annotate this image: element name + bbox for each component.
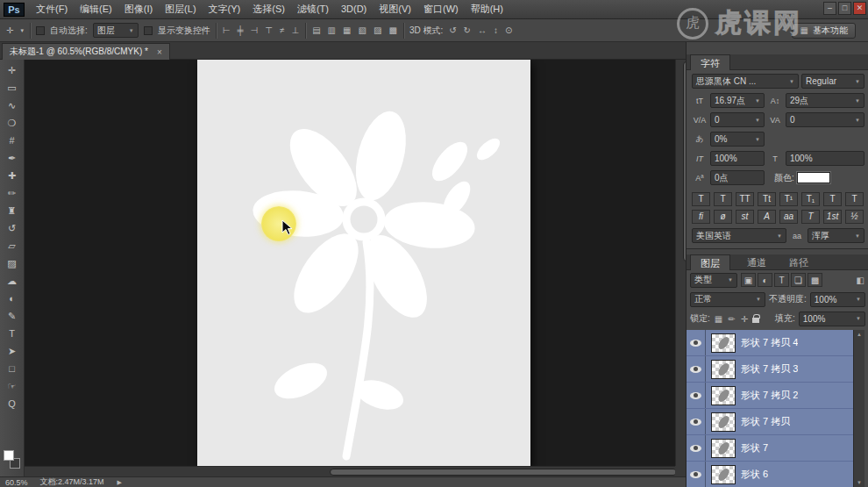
canvas-vertical-scrollbar[interactable] [675, 60, 686, 466]
layer-thumbnail[interactable] [711, 333, 736, 353]
distribute-bottom-icon[interactable]: ▦ [342, 25, 352, 35]
visibility-toggle[interactable] [687, 330, 706, 355]
scroll-up-icon[interactable]: ▲ [854, 332, 864, 337]
shape-tool[interactable]: □ [2, 360, 23, 377]
tab-close-icon[interactable]: × [157, 47, 162, 57]
language-combo[interactable]: 美国英语 ▼ [692, 228, 786, 243]
history-brush-tool[interactable]: ↺ [2, 219, 23, 237]
zoom-level[interactable]: 60.5% [5, 478, 28, 487]
opentype-feature-button[interactable]: ½ [845, 210, 864, 224]
filter-adjustment-layers-icon[interactable]: ◐ [758, 273, 772, 287]
visibility-toggle[interactable] [687, 356, 706, 382]
layer-filter-combo[interactable]: 类型 ▼ [690, 273, 737, 288]
align-hcenter-icon[interactable]: ╪ [236, 25, 244, 35]
layer-row[interactable]: 形状 7 拷贝 2 [687, 383, 853, 409]
align-bottom-icon[interactable]: ⊥ [290, 25, 300, 35]
quick-selection-tool[interactable]: ❍ [2, 114, 23, 132]
show-transform-checkbox[interactable] [144, 26, 153, 35]
menu-item[interactable]: 图层(L) [159, 0, 202, 18]
baseline-shift-combo[interactable]: 0点 [710, 170, 765, 185]
scroll-down-icon[interactable]: ▼ [854, 480, 864, 485]
leading-combo[interactable]: 29点 ▼ [786, 93, 864, 108]
healing-brush-tool[interactable]: ✚ [2, 167, 23, 184]
lasso-tool[interactable]: ∿ [2, 97, 23, 114]
menu-item[interactable]: 视图(V) [373, 0, 417, 18]
3d-scale-icon[interactable]: ⊙ [504, 25, 513, 35]
3d-roll-icon[interactable]: ↻ [463, 25, 472, 35]
align-right-icon[interactable]: ⊣ [250, 25, 260, 35]
align-top-icon[interactable]: ⊤ [264, 25, 274, 35]
antialias-combo[interactable]: 浑厚 ▼ [808, 228, 864, 243]
filter-shape-layers-icon[interactable]: ❏ [791, 273, 806, 287]
opentype-feature-button[interactable]: fi [692, 210, 710, 224]
opentype-feature-button[interactable]: ø [714, 210, 732, 224]
text-style-button[interactable]: Tt [758, 192, 776, 206]
filter-type-layers-icon[interactable]: T [774, 273, 789, 287]
menu-item[interactable]: 编辑(E) [74, 0, 118, 18]
tsume-combo[interactable]: 0% ▼ [710, 132, 765, 147]
horizontal-scroll-thumb[interactable] [330, 469, 677, 476]
layer-thumbnail[interactable] [711, 386, 736, 405]
3d-pan-icon[interactable]: ↔ [477, 25, 487, 35]
text-style-button[interactable]: T [823, 192, 842, 206]
layer-row[interactable]: 形状 7 拷贝 [687, 409, 853, 435]
auto-select-checkbox[interactable] [36, 26, 45, 35]
vertical-scale-combo[interactable]: 100% [710, 151, 765, 166]
eraser-tool[interactable]: ▱ [2, 237, 23, 254]
text-style-button[interactable]: T¹ [779, 192, 798, 206]
lock-position-icon[interactable]: ✛ [740, 314, 749, 324]
distribute-vcenter-icon[interactable]: ▥ [327, 25, 337, 35]
status-menu-arrow-icon[interactable]: ▶ [117, 479, 123, 486]
type-tool[interactable]: T [2, 325, 23, 342]
menu-item[interactable]: 3D(D) [335, 0, 373, 18]
kerning-combo[interactable]: 0 ▼ [710, 112, 765, 127]
lock-pixels-icon[interactable]: ✏ [727, 314, 736, 324]
3d-slide-icon[interactable]: ↕ [493, 25, 499, 35]
filter-smart-objects-icon[interactable]: ▩ [808, 273, 822, 287]
menu-item[interactable]: 图像(I) [118, 0, 159, 18]
text-style-button[interactable]: T [714, 192, 732, 206]
crop-tool[interactable]: # [2, 132, 23, 149]
text-style-button[interactable]: T₁ [801, 192, 820, 206]
tab-paths[interactable]: 路径 [779, 254, 818, 270]
menu-item[interactable]: 选择(S) [246, 0, 291, 18]
opentype-feature-button[interactable]: T [801, 210, 820, 224]
lock-all-icon[interactable] [752, 318, 759, 323]
tool-preset-caret-icon[interactable]: ▾ [19, 27, 25, 34]
3d-orbit-icon[interactable]: ↺ [448, 25, 457, 35]
layer-thumbnail[interactable] [711, 412, 736, 432]
pen-tool[interactable]: ✎ [2, 307, 23, 325]
menu-item[interactable]: 帮助(H) [465, 0, 509, 18]
font-size-combo[interactable]: 16.97点 ▼ [710, 93, 765, 108]
dodge-tool[interactable]: ◐ [2, 290, 23, 307]
gradient-tool[interactable]: ▨ [2, 254, 23, 272]
layer-row[interactable]: 形状 7 拷贝 3 [687, 356, 853, 383]
layer-row[interactable]: 形状 6 [687, 462, 853, 487]
eyedropper-tool[interactable]: ✒ [2, 149, 23, 167]
tab-layers[interactable]: 图层 [690, 254, 730, 270]
opacity-combo[interactable]: 100% ▼ [810, 292, 865, 307]
tracking-combo[interactable]: 0 ▼ [786, 112, 864, 127]
document-tab[interactable]: 未标题-1 @ 60.5%(RGB/8/CMYK) * × [2, 43, 170, 60]
distribute-left-icon[interactable]: ▧ [358, 25, 367, 35]
lock-transparency-icon[interactable]: ▦ [714, 314, 723, 324]
distribute-hcenter-icon[interactable]: ▨ [373, 25, 382, 35]
menu-item[interactable]: 滤镜(T) [291, 0, 335, 18]
brush-tool[interactable]: ✏ [2, 184, 23, 202]
text-style-button[interactable]: T [692, 192, 710, 206]
tab-character[interactable]: 字符 [690, 54, 730, 70]
menu-item[interactable]: 文字(Y) [203, 0, 247, 18]
move-tool[interactable]: ✛ [2, 61, 23, 79]
align-vcenter-icon[interactable]: ≠ [279, 25, 286, 35]
opentype-feature-button[interactable]: st [736, 210, 754, 224]
layers-scrollbar[interactable]: ▲ ▼ [853, 330, 864, 487]
menu-item[interactable]: 文件(F) [30, 0, 74, 18]
text-color-swatch[interactable] [797, 172, 830, 183]
minimize-button[interactable]: – [823, 2, 836, 15]
opentype-feature-button[interactable]: aa [779, 210, 798, 224]
distribute-right-icon[interactable]: ▩ [388, 25, 397, 35]
text-style-button[interactable]: T [845, 192, 864, 206]
align-left-icon[interactable]: ⊢ [222, 25, 231, 35]
layer-thumbnail[interactable] [711, 439, 736, 458]
visibility-toggle[interactable] [687, 409, 706, 434]
